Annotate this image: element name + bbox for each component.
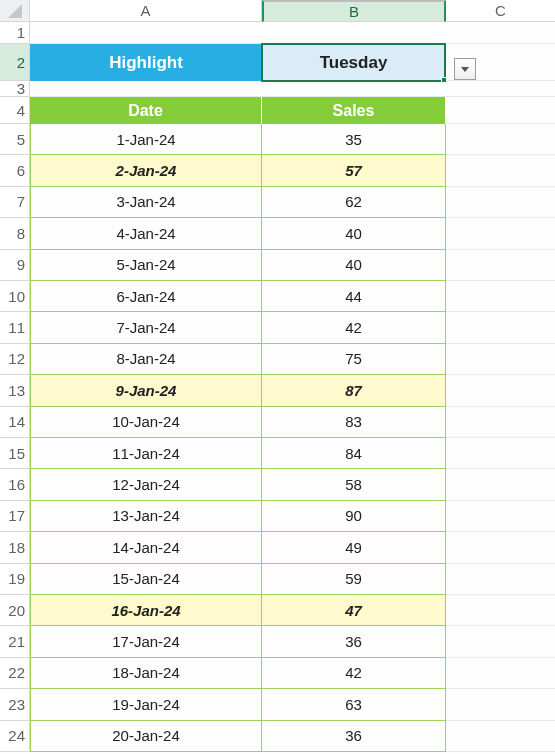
table-cell-sales[interactable]: 47 bbox=[262, 595, 446, 626]
table-cell-date[interactable]: 13-Jan-24 bbox=[30, 501, 262, 532]
grid-cell[interactable] bbox=[262, 22, 446, 44]
table-cell-date[interactable]: 15-Jan-24 bbox=[30, 564, 262, 595]
row-header[interactable]: 8 bbox=[0, 218, 30, 249]
grid-cell[interactable] bbox=[446, 438, 555, 469]
fill-handle[interactable] bbox=[441, 77, 447, 83]
table-header-date[interactable]: Date bbox=[30, 97, 262, 124]
row-header[interactable]: 22 bbox=[0, 658, 30, 689]
grid-cell[interactable] bbox=[446, 281, 555, 312]
row-header[interactable]: 20 bbox=[0, 595, 30, 626]
row-header[interactable]: 6 bbox=[0, 155, 30, 186]
highlight-label-cell[interactable]: Highlight bbox=[30, 44, 262, 81]
table-cell-sales[interactable]: 90 bbox=[262, 501, 446, 532]
table-cell-date[interactable]: 17-Jan-24 bbox=[30, 626, 262, 657]
table-cell-date[interactable]: 5-Jan-24 bbox=[30, 250, 262, 281]
select-all-cell[interactable] bbox=[0, 0, 30, 22]
grid-cell[interactable] bbox=[446, 22, 555, 44]
row-header[interactable]: 17 bbox=[0, 501, 30, 532]
row-header[interactable]: 23 bbox=[0, 689, 30, 720]
table-cell-date[interactable]: 10-Jan-24 bbox=[30, 407, 262, 438]
table-cell-sales[interactable]: 83 bbox=[262, 407, 446, 438]
row-header[interactable]: 5 bbox=[0, 124, 30, 155]
grid-cell[interactable] bbox=[446, 187, 555, 218]
active-cell-b2[interactable]: Tuesday bbox=[261, 43, 446, 82]
table-cell-sales[interactable]: 75 bbox=[262, 344, 446, 375]
table-cell-date[interactable]: 11-Jan-24 bbox=[30, 438, 262, 469]
row-header[interactable]: 2 bbox=[0, 44, 30, 81]
row-header[interactable]: 10 bbox=[0, 281, 30, 312]
table-cell-sales[interactable]: 35 bbox=[262, 124, 446, 155]
table-cell-date[interactable]: 6-Jan-24 bbox=[30, 281, 262, 312]
table-cell-sales[interactable]: 44 bbox=[262, 281, 446, 312]
table-cell-sales[interactable]: 84 bbox=[262, 438, 446, 469]
table-cell-sales[interactable]: 59 bbox=[262, 564, 446, 595]
table-cell-sales[interactable]: 36 bbox=[262, 721, 446, 752]
table-cell-date[interactable]: 4-Jan-24 bbox=[30, 218, 262, 249]
table-cell-sales[interactable]: 62 bbox=[262, 187, 446, 218]
grid-cell[interactable] bbox=[446, 155, 555, 186]
row-header[interactable]: 4 bbox=[0, 97, 30, 124]
row-header[interactable]: 21 bbox=[0, 626, 30, 657]
table-cell-date[interactable]: 16-Jan-24 bbox=[30, 595, 262, 626]
row-header[interactable]: 11 bbox=[0, 312, 30, 343]
table-cell-sales[interactable]: 42 bbox=[262, 312, 446, 343]
grid-cell[interactable] bbox=[446, 626, 555, 657]
row-header[interactable]: 12 bbox=[0, 344, 30, 375]
table-cell-date[interactable]: 2-Jan-24 bbox=[30, 155, 262, 186]
table-cell-date[interactable]: 8-Jan-24 bbox=[30, 344, 262, 375]
table-cell-sales[interactable]: 49 bbox=[262, 532, 446, 563]
grid-cell[interactable] bbox=[446, 124, 555, 155]
grid-cell[interactable] bbox=[262, 81, 446, 97]
grid-cell[interactable] bbox=[446, 81, 555, 97]
data-validation-dropdown-icon[interactable] bbox=[454, 58, 476, 80]
grid-cell[interactable] bbox=[446, 658, 555, 689]
row-header[interactable]: 24 bbox=[0, 721, 30, 752]
table-cell-date[interactable]: 7-Jan-24 bbox=[30, 312, 262, 343]
grid-cell[interactable] bbox=[446, 407, 555, 438]
table-cell-date[interactable]: 18-Jan-24 bbox=[30, 658, 262, 689]
row-header[interactable]: 1 bbox=[0, 22, 30, 44]
grid-cell[interactable] bbox=[446, 97, 555, 124]
table-cell-sales[interactable]: 42 bbox=[262, 658, 446, 689]
grid-cell[interactable] bbox=[446, 344, 555, 375]
grid-cell[interactable] bbox=[446, 532, 555, 563]
row-header[interactable]: 15 bbox=[0, 438, 30, 469]
grid-cell[interactable] bbox=[446, 218, 555, 249]
row-header[interactable]: 9 bbox=[0, 250, 30, 281]
col-header-a[interactable]: A bbox=[30, 0, 262, 22]
table-cell-date[interactable]: 9-Jan-24 bbox=[30, 375, 262, 406]
table-cell-sales[interactable]: 40 bbox=[262, 218, 446, 249]
table-cell-sales[interactable]: 36 bbox=[262, 626, 446, 657]
table-header-sales[interactable]: Sales bbox=[262, 97, 446, 124]
table-cell-date[interactable]: 12-Jan-24 bbox=[30, 469, 262, 500]
grid-cell[interactable] bbox=[446, 312, 555, 343]
grid-cell[interactable] bbox=[446, 595, 555, 626]
table-cell-sales[interactable]: 58 bbox=[262, 469, 446, 500]
row-header[interactable]: 19 bbox=[0, 564, 30, 595]
row-header[interactable]: 18 bbox=[0, 532, 30, 563]
col-header-c[interactable]: C bbox=[446, 0, 555, 22]
row-header[interactable]: 3 bbox=[0, 81, 30, 97]
grid-cell[interactable] bbox=[446, 689, 555, 720]
table-cell-sales[interactable]: 63 bbox=[262, 689, 446, 720]
grid-cell[interactable] bbox=[446, 564, 555, 595]
table-cell-date[interactable]: 20-Jan-24 bbox=[30, 721, 262, 752]
grid-cell[interactable] bbox=[446, 469, 555, 500]
table-cell-date[interactable]: 14-Jan-24 bbox=[30, 532, 262, 563]
grid-cell[interactable] bbox=[446, 721, 555, 752]
table-cell-date[interactable]: 1-Jan-24 bbox=[30, 124, 262, 155]
row-header[interactable]: 13 bbox=[0, 375, 30, 406]
table-cell-date[interactable]: 19-Jan-24 bbox=[30, 689, 262, 720]
table-cell-sales[interactable]: 87 bbox=[262, 375, 446, 406]
grid-cell[interactable] bbox=[30, 81, 262, 97]
row-header[interactable]: 16 bbox=[0, 469, 30, 500]
grid-cell[interactable] bbox=[446, 501, 555, 532]
table-cell-sales[interactable]: 57 bbox=[262, 155, 446, 186]
grid-cell[interactable] bbox=[30, 22, 262, 44]
row-header[interactable]: 14 bbox=[0, 407, 30, 438]
col-header-b[interactable]: B bbox=[262, 0, 446, 22]
table-cell-date[interactable]: 3-Jan-24 bbox=[30, 187, 262, 218]
table-cell-sales[interactable]: 40 bbox=[262, 250, 446, 281]
grid-cell[interactable] bbox=[446, 375, 555, 406]
grid-cell[interactable] bbox=[446, 250, 555, 281]
